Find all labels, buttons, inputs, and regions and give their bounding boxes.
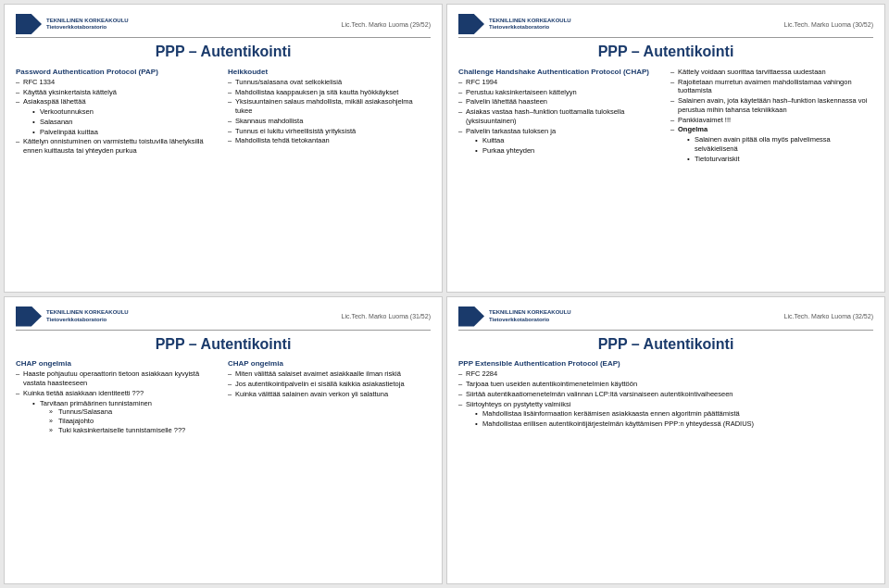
list-item: Palvelin lähettää haasteen [458, 97, 661, 106]
slide-2-logo: TEKNILLINEN KORKEAKOULU Tietoverkkotabor… [458, 14, 571, 34]
list-item: Tarjoaa tuen useiden autentikointimenete… [458, 380, 873, 389]
slide-3-col-1: CHAP ongelmia Haaste pohjautuu operaatto… [16, 359, 219, 576]
list-item: Verkootunnuksen [32, 107, 219, 117]
list-item: Ongelma Salainen avain pitää olla myös p… [670, 125, 873, 163]
list-item: Mahdollistaa kaappauksen ja sitä kautta … [228, 88, 431, 97]
list-item: Siirtoyhteys on pystytetty valmiiksi Mah… [458, 400, 873, 429]
slide-4-logo: TEKNILLINEN KORKEAKOULU Tietoverkkotabor… [458, 307, 571, 327]
slide-1-header: TEKNILLINEN KORKEAKOULU Tietoverkkotabor… [16, 14, 431, 38]
slide-4-title: PPP – Autentikointi [458, 335, 873, 355]
slide-2-col-2: Kättely voidaan suorittaa tarvittaessa u… [670, 68, 873, 284]
slide-1-title: PPP – Autentikointi [16, 43, 431, 62]
list-item: Kättely voidaan suorittaa tarvittaessa u… [670, 68, 873, 77]
list-item: Siirtää autentikaatiomenetelmän valinnan… [458, 390, 873, 399]
slide-1-page: Lic.Tech. Marko Luoma (29/52) [342, 21, 432, 28]
list-item: Tarvitaan primäärinen tunnistaminen Tunn… [32, 399, 219, 435]
logo-text: TEKNILLINEN KORKEAKOULU Tietoverkkotabor… [489, 18, 571, 31]
slide-3-content: CHAP ongelmia Haaste pohjautuu operaatto… [16, 359, 431, 576]
list-item: Perustuu kaksinkertaiseen kättelyyn [458, 88, 661, 97]
list-item: Salainen avain, jota käytetään hash–funk… [670, 96, 873, 115]
list-item: Kuittaa [475, 136, 661, 145]
slide-3-title: PPP – Autentikointi [16, 335, 431, 355]
slide-2-header: TEKNILLINEN KORKEAKOULU Tietoverkkotabor… [458, 14, 873, 38]
list-item: Tunnus ei lukitu virheellisistä yrityksi… [228, 127, 431, 136]
list-item: Miten välittää salaiset avaimet asiakkaa… [228, 369, 431, 379]
list-item: Tilaajajohto [49, 417, 219, 426]
list-item: RFC 1334 [16, 78, 219, 87]
list-item: Kuinka välittää salainen avain verkon yl… [228, 390, 431, 399]
slide-2-list-1: RFC 1994 Perustuu kaksinkertaiseen kätte… [458, 78, 661, 156]
list-item: Mahdollistaa lisäinformaation keräämisen… [475, 409, 873, 419]
list-item: Mahdollista tehdä tietokantaan [228, 136, 431, 145]
list-item: Jos autentikointipalvelin ei sisällä kai… [228, 380, 431, 389]
slide-3-section-1: CHAP ongelmia [16, 359, 219, 368]
list-item: Palvelin tarkastaa tuloksen ja Kuittaa P… [458, 127, 661, 156]
list-item: Tunnus/salasana ovat selkokielisiä [228, 78, 431, 87]
subsub-list: Tunnus/Salasana Tilaajajohto Tuki kaksin… [40, 407, 219, 434]
list-item: Kättelyn onnistuminen on varmistettu toi… [16, 137, 219, 156]
slide-4-header: TEKNILLINEN KORKEAKOULU Tietoverkkotabor… [458, 307, 873, 331]
list-item: Salainen avain pitää olla myös palvelime… [687, 135, 873, 154]
slide-3-logo: TEKNILLINEN KORKEAKOULU Tietoverkkotabor… [16, 307, 129, 327]
slide-1: TEKNILLINEN KORKEAKOULU Tietoverkkotabor… [4, 4, 443, 293]
sub-list: Tarvitaan primäärinen tunnistaminen Tunn… [23, 399, 219, 435]
logo-text: TEKNILLINEN KORKEAKOULU Tietoverkkotabor… [46, 18, 129, 31]
slide-3-page: Lic.Tech. Marko Luoma (31/52) [342, 313, 432, 319]
list-item: RFC 2284 [458, 369, 873, 379]
logo-icon [458, 307, 484, 327]
list-item: Haaste pohjautuu operaattorin tietoon as… [16, 369, 219, 388]
list-item: Asiakas vastaa hash–funktion tuottamalla… [458, 107, 661, 126]
slide-1-content: Password Authentication Protocol (PAP) R… [16, 68, 431, 284]
slide-2-list-2: Kättely voidaan suorittaa tarvittaessa u… [670, 68, 873, 164]
slide-2-title: PPP – Autentikointi [458, 43, 873, 62]
logo-icon [458, 14, 484, 34]
slide-3-section-2: CHAP ongelmia [228, 359, 431, 368]
list-item: Tuki kaksinkertaiselle tunnistamiselle ?… [49, 426, 219, 435]
slide-1-section-2: Heikkoudet [228, 68, 431, 76]
list-item: Purkaa yhteyden [475, 146, 661, 156]
logo-text: TEKNILLINEN KORKEAKOULU Tietoverkkotabor… [46, 309, 129, 322]
sub-list: Mahdollistaa lisäinformaation keräämisen… [466, 409, 873, 429]
list-item: Käyttää yksinkertaista kättelyä [16, 88, 219, 97]
list-item: Yksisuuntainen salaus mahdollista, mikäl… [228, 97, 431, 116]
list-item: Palvelinpää kuittaa [32, 128, 219, 137]
slide-1-col-1: Password Authentication Protocol (PAP) R… [16, 68, 219, 284]
list-item: Asiakaspää lähettää Verkootunnuksen Sala… [16, 97, 219, 136]
logo-icon [16, 307, 42, 327]
list-item: Kuinka tietää asiakkaan identiteetti ???… [16, 389, 219, 435]
slide-3: TEKNILLINEN KORKEAKOULU Tietoverkkotabor… [4, 296, 443, 585]
slide-1-list-2: Tunnus/salasana ovat selkokielisiä Mahdo… [228, 78, 431, 145]
list-item: Mahdollistaa erillisen autentikointijärj… [475, 419, 873, 429]
list-item: Tietoturvariskit [687, 155, 873, 164]
slide-2-section-1: Challenge Handshake Authentication Proto… [458, 68, 661, 76]
sub-list: Salainen avain pitää olla myös palvelime… [678, 135, 873, 163]
slide-1-logo: TEKNILLINEN KORKEAKOULU Tietoverkkotabor… [16, 14, 129, 34]
slide-2: TEKNILLINEN KORKEAKOULU Tietoverkkotabor… [446, 4, 885, 293]
slide-2-content: Challenge Handshake Authentication Proto… [458, 68, 873, 284]
slide-2-col-1: Challenge Handshake Authentication Proto… [458, 68, 661, 284]
slide-4-list-1: RFC 2284 Tarjoaa tuen useiden autentikoi… [458, 369, 873, 429]
sub-list: Verkootunnuksen Salasanan Palvelinpää ku… [23, 107, 219, 136]
slide-1-col-2: Heikkoudet Tunnus/salasana ovat selkokie… [228, 68, 431, 284]
list-item: Rajoitetaan murretun avaimen mahdollista… [670, 78, 873, 96]
sub-list: Kuittaa Purkaa yhteyden [466, 136, 661, 156]
slide-4: TEKNILLINEN KORKEAKOULU Tietoverkkotabor… [446, 296, 885, 585]
slide-4-content: PPP Extensible Authentication Protocol (… [458, 359, 873, 576]
list-item: Tunnus/Salasana [49, 407, 219, 417]
slide-3-header: TEKNILLINEN KORKEAKOULU Tietoverkkotabor… [16, 307, 431, 331]
slide-2-page: Lic.Tech. Marko Luoma (30/52) [784, 21, 874, 28]
list-item: RFC 1994 [458, 78, 661, 87]
slide-4-page: Lic.Tech. Marko Luoma (32/52) [784, 313, 874, 319]
list-item: Salasanan [32, 118, 219, 127]
slide-3-list-1: Haaste pohjautuu operaattorin tietoon as… [16, 369, 219, 434]
logo-text: TEKNILLINEN KORKEAKOULU Tietoverkkotabor… [489, 309, 571, 322]
slide-1-list-1: RFC 1334 Käyttää yksinkertaista kättelyä… [16, 78, 219, 156]
slide-3-list-2: Miten välittää salaiset avaimet asiakkaa… [228, 369, 431, 398]
list-item: Skannaus mahdollista [228, 117, 431, 126]
slide-4-section-1: PPP Extensible Authentication Protocol (… [458, 359, 873, 368]
list-item: Pankkiavaimet !!! [670, 116, 873, 125]
slide-4-col-1: PPP Extensible Authentication Protocol (… [458, 359, 873, 576]
slide-1-section-1: Password Authentication Protocol (PAP) [16, 68, 219, 76]
slide-3-col-2: CHAP ongelmia Miten välittää salaiset av… [228, 359, 431, 576]
logo-icon [16, 14, 42, 34]
